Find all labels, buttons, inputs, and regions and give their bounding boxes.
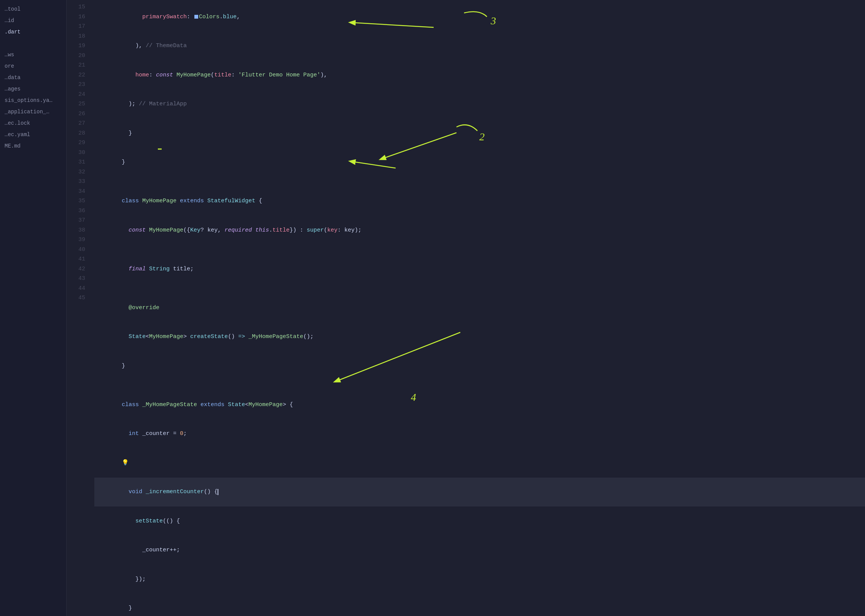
code-line-29: }	[94, 351, 865, 381]
ln-33: 33	[67, 177, 85, 187]
ln-42: 42	[67, 264, 85, 274]
code-line-19: }	[94, 119, 865, 148]
code-line-30	[94, 381, 865, 391]
ln-38: 38	[67, 225, 85, 235]
ln-26: 26	[67, 109, 85, 119]
ln-39: 39	[67, 235, 85, 245]
ln-18: 18	[67, 32, 85, 41]
ln-23: 23	[67, 80, 85, 90]
sidebar-item-me-md[interactable]: ME.md	[0, 141, 66, 151]
sidebar-item-empty1	[0, 38, 66, 49]
sidebar-item-ws[interactable]: …ws	[0, 49, 66, 60]
ln-29: 29	[67, 138, 85, 148]
code-line-21	[94, 177, 865, 187]
code-line-28: State<MyHomePage> createState() => _MyHo…	[94, 322, 865, 352]
sidebar-item-data[interactable]: …data	[0, 72, 66, 83]
ln-28: 28	[67, 129, 85, 138]
ln-19: 19	[67, 41, 85, 51]
sidebar-item-dart[interactable]: .dart	[0, 27, 66, 37]
code-line-22: class MyHomePage extends StatefulWidget …	[94, 187, 865, 216]
ln-44: 44	[67, 284, 85, 294]
code-line-34: void _incrementCounter() {	[94, 478, 865, 507]
sidebar-item-ec-yaml[interactable]: …ec.yaml	[0, 129, 66, 140]
ln-31: 31	[67, 157, 85, 167]
code-line-33: 💡	[94, 448, 865, 478]
ln-43: 43	[67, 274, 85, 284]
code-lines[interactable]: primarySwatch: Colors.blue, ), // ThemeD…	[91, 2, 865, 614]
sidebar-item-application[interactable]: _application_…	[0, 106, 66, 117]
sidebar-item-tool[interactable]: …tool	[0, 4, 66, 14]
code-line-37: });	[94, 565, 865, 594]
code-line-23: const MyHomePage({Key? key, required thi…	[94, 216, 865, 245]
sidebar-item-ore[interactable]: ore	[0, 61, 66, 71]
ln-37: 37	[67, 216, 85, 225]
ln-45: 45	[67, 293, 85, 303]
code-line-35: setState(() {	[94, 506, 865, 536]
code-line-25: final String title;	[94, 254, 865, 284]
ln-34: 34	[67, 187, 85, 197]
sidebar-item-ages[interactable]: …ages	[0, 84, 66, 94]
ln-16: 16	[67, 12, 85, 22]
sidebar-item-sis-options[interactable]: sis_options.ya…	[0, 95, 66, 106]
ln-35: 35	[67, 196, 85, 206]
code-line-38: }	[94, 594, 865, 615]
ln-41: 41	[67, 254, 85, 264]
ln-36: 36	[67, 206, 85, 216]
code-line-32: int _counter = 0;	[94, 419, 865, 449]
code-line-31: class _MyHomePageState extends State<MyH…	[94, 390, 865, 419]
code-line-18: ); // MaterialApp	[94, 90, 865, 119]
code-line-16: ), // ThemeData	[94, 32, 865, 61]
code-line-27: @override	[94, 293, 865, 322]
sidebar-item-id[interactable]: …id	[0, 15, 66, 26]
code-line-36: _counter++;	[94, 536, 865, 565]
ln-17: 17	[67, 22, 85, 32]
code-line-26	[94, 284, 865, 294]
ln-32: 32	[67, 167, 85, 177]
code-line-15: primarySwatch: Colors.blue,	[94, 2, 865, 32]
ln-15: 15	[67, 2, 85, 12]
ln-20: 20	[67, 51, 85, 61]
ln-40: 40	[67, 245, 85, 255]
ln-30: 30	[67, 148, 85, 158]
code-line-17: home: const MyHomePage(title: 'Flutter D…	[94, 60, 865, 90]
line-numbers: 15 16 17 18 19 20 21 22 23 24 25 26 27 2…	[67, 2, 91, 614]
code-line-24	[94, 245, 865, 255]
ln-24: 24	[67, 90, 85, 100]
sidebar-item-ec-lock[interactable]: …ec.lock	[0, 118, 66, 129]
ln-22: 22	[67, 70, 85, 80]
editor: 15 16 17 18 19 20 21 22 23 24 25 26 27 2…	[67, 0, 865, 616]
ln-21: 21	[67, 60, 85, 70]
ln-25: 25	[67, 99, 85, 109]
ln-27: 27	[67, 119, 85, 129]
code-line-20: }	[94, 148, 865, 177]
sidebar: …tool …id .dart …ws ore …data …ages sis_…	[0, 0, 67, 616]
